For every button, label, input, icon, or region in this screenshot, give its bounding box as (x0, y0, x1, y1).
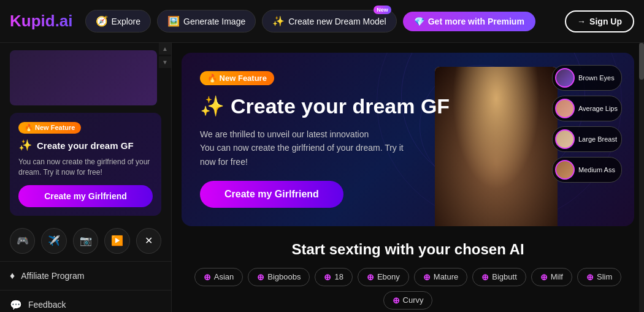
signup-label: Sign Up (589, 17, 622, 26)
feature-tag-breast-img (555, 129, 575, 149)
hero-content: 🔥 New Feature ✨ Create your dream GF We … (200, 71, 458, 208)
filter-curvy-label: Curvy (403, 295, 424, 305)
premium-button[interactable]: 💎 Get more with Premium (403, 12, 535, 31)
filter-bigboobs-label: Bigboobs (267, 272, 301, 281)
filter-asian[interactable]: ⊕ Asian (194, 268, 243, 286)
hero-title: ✨ Create your dream GF (200, 94, 458, 119)
section-title: Start sexting with your chosen AI (182, 241, 634, 258)
explore-label: Explore (112, 17, 140, 26)
explore-nav-button[interactable]: 🧭 Explore (85, 10, 151, 32)
main-scrollbar[interactable] (639, 43, 644, 312)
dream-model-icon: ✨ (272, 15, 285, 27)
sidebar-feature-desc: You can now create the girlfriend of you… (18, 157, 153, 178)
hero-badge: 🔥 New Feature (200, 71, 274, 85)
filter-milf-label: Milf (551, 272, 563, 281)
sidebar-feature-badge: 🔥 New Feature (18, 122, 81, 134)
sidebar-feature-title: ✨ Create your dream GF (18, 139, 153, 152)
filter-ebony[interactable]: ⊕ Ebony (358, 268, 409, 286)
scroll-down-button[interactable]: ▼ (159, 56, 171, 68)
filter-slim[interactable]: ⊕ Slim (577, 268, 621, 286)
filter-curvy[interactable]: ⊕ Curvy (383, 291, 433, 310)
premium-icon: 💎 (414, 17, 424, 26)
explore-icon: 🧭 (96, 15, 108, 27)
filter-bigboobs[interactable]: ⊕ Bigboobs (248, 268, 310, 286)
feature-tag-eyes-label: Brown Eyes (578, 74, 615, 82)
hero-desc-line3: now for free! (200, 157, 248, 167)
logo: Kupid.ai (10, 12, 73, 31)
hero-feature-tag-breast: Large Breast (552, 126, 622, 152)
header: Kupid.ai 🧭 Explore 🖼️ Generate Image New… (0, 0, 644, 43)
new-badge: New (374, 6, 391, 14)
sidebar-feature-icon: ✨ (18, 139, 32, 152)
sidebar-create-gf-button[interactable]: Create my Girlfriend (18, 185, 153, 207)
sidebar-feature-title-text: Create your dream GF (37, 140, 134, 151)
youtube-icon[interactable]: ▶️ (104, 228, 129, 254)
signup-button[interactable]: → Sign Up (565, 10, 634, 32)
filter-asian-plus: ⊕ (204, 272, 211, 282)
signup-icon: → (577, 17, 586, 26)
filter-tags-row: ⊕ Asian ⊕ Bigboobs ⊕ 18 ⊕ Ebony ⊕ Mature… (182, 268, 634, 310)
filter-milf[interactable]: ⊕ Milf (531, 268, 572, 286)
hero-feature-tags: Brown Eyes Average Lips Large Breast Med… (552, 65, 622, 183)
dream-model-nav-button[interactable]: New ✨ Create new Dream Model (262, 10, 397, 32)
social-icons-row: 🎮 ✈️ 📷 ▶️ ✕ (0, 223, 171, 261)
filter-bigbutt[interactable]: ⊕ Bigbutt (472, 268, 526, 286)
feature-tag-lips-label: Average Lips (578, 105, 618, 112)
feature-tag-eyes-img (555, 68, 575, 88)
instagram-icon[interactable]: 📷 (73, 228, 98, 254)
dream-model-label: Create new Dream Model (288, 17, 386, 26)
sidebar-thumb-image (10, 50, 157, 105)
filter-ebony-plus: ⊕ (367, 272, 374, 282)
body-layout: ▲ ▼ 🔥 New Feature ✨ Create your dream GF… (0, 43, 644, 312)
feature-tag-ass-label: Medium Ass (578, 166, 615, 173)
hero-desc-line1: We are thrilled to unveil our latest inn… (200, 129, 369, 139)
feature-tag-lips-img (555, 99, 575, 118)
generate-icon: 🖼️ (167, 15, 180, 27)
feature-tag-ass-img (555, 160, 575, 180)
filter-asian-label: Asian (214, 272, 234, 281)
scroll-up-button[interactable]: ▲ (159, 43, 171, 55)
filter-curvy-plus: ⊕ (393, 295, 400, 305)
feature-tag-breast-label: Large Breast (578, 135, 617, 143)
sidebar: ▲ ▼ 🔥 New Feature ✨ Create your dream GF… (0, 43, 172, 312)
hero-description: We are thrilled to unveil our latest inn… (200, 127, 458, 169)
twitter-icon[interactable]: ✕ (136, 228, 161, 254)
filter-ebony-label: Ebony (377, 272, 400, 281)
hero-desc-line2: You can now create the girlfriend of you… (200, 143, 404, 153)
filter-mature[interactable]: ⊕ Mature (414, 268, 467, 286)
hero-title-text: Create your dream GF (231, 94, 450, 119)
generate-label: Generate Image (183, 17, 245, 26)
filter-18[interactable]: ⊕ 18 (315, 268, 352, 286)
sidebar-feedback-item[interactable]: 💬 Feedback (0, 290, 171, 312)
filter-mature-plus: ⊕ (423, 272, 431, 282)
filter-18-label: 18 (334, 272, 343, 281)
sidebar-feature-card: 🔥 New Feature ✨ Create your dream GF You… (10, 113, 161, 216)
premium-label: Get more with Premium (428, 17, 524, 26)
hero-feature-tag-lips: Average Lips (552, 96, 622, 121)
main-content: 🔥 New Feature ✨ Create your dream GF We … (172, 43, 644, 312)
affiliate-label: Affiliate Program (21, 271, 84, 281)
hero-create-gf-button[interactable]: Create my Girlfriend (200, 181, 343, 208)
affiliate-icon: ♦ (10, 270, 15, 281)
feedback-icon: 💬 (10, 299, 22, 311)
filter-18-plus: ⊕ (324, 272, 331, 282)
filter-slim-plus: ⊕ (586, 272, 594, 282)
sidebar-thumbnail (10, 50, 157, 105)
hero-title-icon: ✨ (200, 94, 224, 118)
filter-bigbutt-label: Bigbutt (492, 272, 516, 281)
sidebar-affiliate-item[interactable]: ♦ Affiliate Program (0, 261, 171, 290)
hero-feature-tag-eyes: Brown Eyes (552, 65, 622, 91)
filter-bigbutt-plus: ⊕ (481, 272, 489, 282)
hero-feature-tag-ass: Medium Ass (552, 157, 622, 183)
filter-slim-label: Slim (597, 272, 612, 281)
feedback-label: Feedback (28, 300, 66, 310)
telegram-icon[interactable]: ✈️ (41, 228, 66, 254)
generate-image-nav-button[interactable]: 🖼️ Generate Image (157, 10, 256, 32)
filter-milf-plus: ⊕ (540, 272, 548, 282)
filter-mature-label: Mature (434, 272, 458, 281)
discord-icon[interactable]: 🎮 (10, 228, 35, 254)
hero-banner: 🔥 New Feature ✨ Create your dream GF We … (182, 53, 634, 226)
sidebar-bottom: ♦ Affiliate Program 💬 Feedback (0, 261, 171, 312)
filter-bigboobs-plus: ⊕ (257, 272, 264, 282)
main-scroll-thumb (639, 43, 644, 80)
